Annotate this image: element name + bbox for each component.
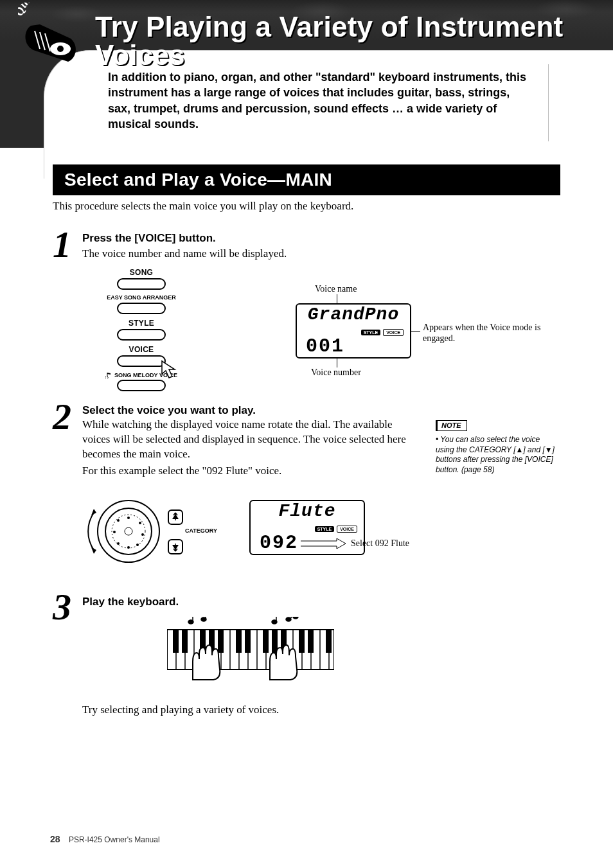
svg-rect-45 (218, 630, 224, 653)
category-text: CATEGORY (185, 528, 217, 534)
step-number-2: 2 (53, 398, 71, 436)
style-button (117, 329, 166, 341)
easy-label: EASY SONG ARRANGER (98, 295, 185, 301)
keyboard-figure (167, 617, 334, 684)
pointer-arrow (301, 538, 346, 551)
svg-point-10 (136, 544, 139, 546)
quick-guide-badge: Quick Guide (18, 3, 82, 67)
svg-rect-52 (308, 630, 314, 653)
pill-style: STYLE (361, 330, 381, 335)
lcd-voice-name: GrandPno (308, 306, 399, 324)
voice-button (117, 355, 166, 367)
svg-point-3 (98, 500, 159, 562)
note-heading: NOTE (436, 420, 467, 431)
quick-guide-text: Quick Guide (18, 3, 76, 17)
svg-point-14 (117, 519, 120, 522)
section-title: Select and Play a Voice—MAIN (53, 164, 560, 195)
step1-heading: Press the [VOICE] button. (82, 231, 216, 245)
svg-point-7 (127, 517, 130, 519)
voice-label: VOICE (98, 346, 185, 353)
song-button (117, 278, 166, 290)
note-box: NOTE • You can also select the voice usi… (436, 419, 558, 475)
easy-button (117, 303, 166, 314)
footer: 28 PSR-I425 Owner's Manual (50, 835, 160, 844)
lcd-flute-number: 092 (260, 533, 298, 553)
section-intro: This procedure selects the main voice yo… (53, 199, 541, 214)
pill-voice2: VOICE (337, 526, 357, 533)
step2-heading: Select the voice you want to play. (82, 403, 256, 418)
step2-body: While watching the displayed voice name … (82, 418, 416, 462)
pointer-line (337, 359, 337, 368)
step3-heading: Play the keyboard. (82, 595, 179, 609)
pill-style2: STYLE (315, 526, 335, 532)
cursor-arrow-icon (159, 359, 181, 380)
svg-rect-42 (182, 630, 188, 653)
svg-point-18 (201, 617, 206, 621)
svg-rect-51 (299, 630, 305, 653)
note-icon (105, 372, 112, 378)
doc-title: PSR-I425 Owner's Manual (69, 835, 160, 844)
svg-rect-47 (245, 630, 251, 653)
pointer-line (337, 294, 337, 303)
svg-point-13 (113, 531, 116, 533)
style-label: STYLE (98, 319, 185, 327)
lcd-flute-name: Flute (278, 502, 335, 520)
song-label: SONG (98, 269, 185, 276)
step-number-1: 1 (53, 226, 71, 263)
step2-body2: For this example select the "092 Flute" … (82, 464, 416, 479)
smv-button (117, 380, 166, 391)
svg-point-21 (293, 617, 298, 619)
voice-number-caption: Voice number (311, 368, 361, 378)
svg-point-17 (188, 620, 193, 624)
intro-paragraph: In addition to piano, organ, and other "… (108, 69, 532, 132)
svg-point-11 (127, 546, 130, 549)
page-number: 28 (50, 834, 60, 844)
svg-point-9 (141, 533, 144, 536)
lcd-display-1: GrandPno STYLE VOICE 001 (296, 303, 411, 359)
svg-point-20 (286, 617, 291, 621)
pointer-line (411, 331, 420, 332)
voice-mode-caption: Appears when the Voice mode is engaged. (423, 323, 551, 344)
step1-body: The voice number and name will be displa… (82, 247, 468, 261)
svg-rect-53 (326, 630, 332, 653)
page-title: Try Playing a Variety of Instrument Voic… (95, 13, 609, 69)
svg-rect-48 (263, 630, 269, 653)
svg-rect-41 (173, 630, 179, 653)
lcd-voice-number: 001 (306, 337, 344, 356)
step-number-3: 3 (53, 589, 71, 626)
select-flute-caption: Select 092 Flute (351, 538, 409, 549)
svg-text:Quick Guide: Quick Guide (18, 3, 76, 17)
note-body: • You can also select the voice using th… (436, 435, 558, 475)
note-body-text: You can also select the voice using the … (436, 435, 555, 474)
svg-point-12 (117, 542, 120, 545)
vertical-rule (548, 64, 549, 141)
svg-point-2 (57, 46, 64, 52)
svg-point-8 (139, 522, 141, 524)
voice-name-caption: Voice name (315, 284, 357, 295)
step3-outro: Try selecting and playing a variety of v… (82, 703, 468, 718)
svg-rect-46 (236, 630, 242, 653)
svg-point-19 (272, 620, 277, 624)
pill-voice: VOICE (383, 329, 404, 336)
